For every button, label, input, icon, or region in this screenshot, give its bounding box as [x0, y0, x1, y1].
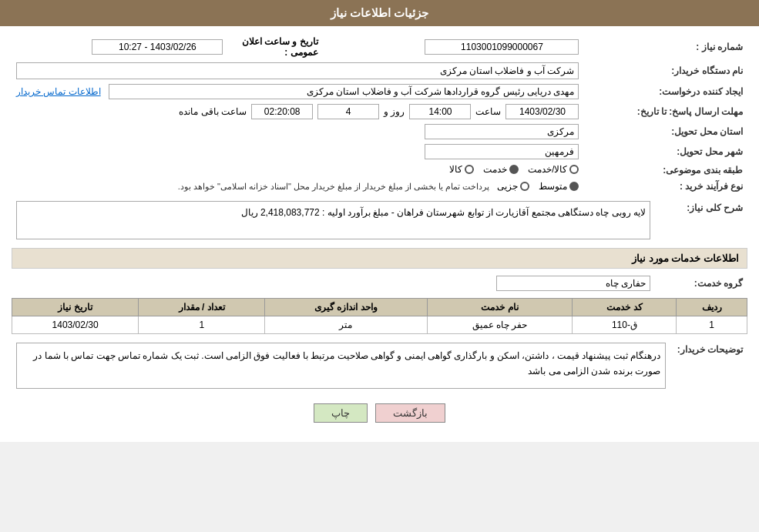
category-khedmat-label: خدمت	[483, 164, 507, 175]
need-description: لایه روبی چاه دستگاهی مجتمع آقازیارت از …	[16, 201, 650, 239]
radio-jazii-icon	[520, 182, 529, 191]
category-kala[interactable]: کالا	[449, 164, 474, 175]
table-cell-date: 1403/02/30	[12, 316, 139, 334]
page-title: جزئیات اطلاعات نیاز	[331, 6, 428, 19]
process-mottasat-label: متوسط	[539, 181, 567, 192]
services-section-title: اطلاعات خدمات مورد نیاز	[12, 248, 747, 269]
deadline-days: 4	[317, 104, 379, 119]
buyer-org-value: شرکت آب و فاضلاب استان مرکزی	[16, 62, 579, 79]
table-cell-code: ق-110	[573, 316, 677, 334]
creator-label: ایجاد کننده درخواست:	[583, 82, 747, 102]
process-label: نوع فرآیند خرید :	[583, 179, 747, 194]
page-header: جزئیات اطلاعات نیاز	[0, 0, 759, 26]
radio-khedmat-icon	[509, 165, 519, 174]
service-group-value: حفاری چاه	[496, 276, 650, 291]
process-jazii[interactable]: جزیی	[497, 181, 529, 192]
col-header-date: تاریخ نیاز	[12, 299, 139, 316]
back-button[interactable]: بازگشت	[375, 403, 445, 423]
need-number-value: 1103001099000067	[425, 39, 579, 55]
buyer-notes-label: توضیحات خریدار:	[670, 340, 747, 391]
services-table: ردیف کد خدمت نام خدمت واحد اندازه گیری ت…	[12, 298, 747, 334]
announce-value: 1403/02/26 - 10:27	[92, 39, 223, 55]
contact-link[interactable]: اطلاعات تماس خریدار	[16, 86, 101, 97]
deadline-date: 1403/02/30	[505, 104, 579, 119]
deadline-time-label: ساعت	[475, 106, 501, 117]
deadline-days-label: روز و	[384, 106, 405, 117]
deadline-label: مهلت ارسال پاسخ: تا تاریخ:	[583, 102, 747, 122]
col-header-row: ردیف	[677, 299, 747, 316]
button-row: بازگشت چاپ	[12, 396, 747, 434]
table-row: 1ق-110حفر چاه عمیقمتر11403/02/30	[12, 316, 747, 334]
category-kala-label: کالا	[449, 164, 462, 175]
deadline-remaining: 02:20:08	[251, 104, 313, 119]
delivery-city-label: شهر محل تحویل:	[583, 142, 747, 162]
category-radio-group: کالا/خدمت خدمت کالا	[449, 164, 579, 175]
category-kala-khedmat[interactable]: کالا/خدمت	[528, 164, 579, 175]
table-cell-name: حفر چاه عمیق	[427, 316, 573, 334]
radio-mottasat-icon	[569, 182, 579, 191]
print-button[interactable]: چاپ	[314, 403, 368, 423]
need-description-label: شرح کلی نیاز:	[655, 199, 747, 242]
delivery-province-value: مرکزی	[425, 124, 579, 139]
delivery-city-value: فرمهین	[425, 144, 579, 159]
process-mottasat[interactable]: متوسط	[539, 181, 579, 192]
category-label: طبقه بندی موضوعی:	[583, 162, 747, 179]
col-header-name: نام خدمت	[427, 299, 573, 316]
category-kala-khedmat-label: کالا/خدمت	[528, 164, 567, 175]
table-cell-row: 1	[677, 316, 747, 334]
announce-label: تاریخ و ساعت اعلان عمومی :	[242, 36, 318, 58]
col-header-qty: تعداد / مقدار	[139, 299, 265, 316]
buyer-org-label: نام دستگاه خریدار:	[583, 60, 747, 82]
col-header-unit: واحد اندازه گیری	[265, 299, 427, 316]
radio-kala-icon	[465, 165, 474, 174]
need-number-label: شماره نیاز :	[583, 34, 747, 60]
table-cell-qty: 1	[139, 316, 265, 334]
deadline-time: 14:00	[409, 104, 471, 119]
remaining-label: ساعت باقی مانده	[179, 106, 247, 117]
col-header-code: کد خدمت	[573, 299, 677, 316]
buyer-notes: درهنگام ثبت پیشنهاد قیمت ، داشتن، اسکن و…	[16, 343, 666, 389]
delivery-province-label: استان محل تحویل:	[583, 122, 747, 142]
table-cell-unit: متر	[265, 316, 427, 334]
creator-value: مهدی دریایی رئیس گروه قراردادها شرکت آب …	[109, 84, 579, 99]
service-group-label: گروه خدمت:	[655, 273, 747, 293]
category-khedmat[interactable]: خدمت	[483, 164, 519, 175]
radio-kala-khedmat-icon	[569, 165, 579, 174]
process-jazii-label: جزیی	[497, 181, 518, 192]
process-note: پرداخت تمام یا بخشی از مبلغ خریدار از مب…	[178, 182, 490, 192]
